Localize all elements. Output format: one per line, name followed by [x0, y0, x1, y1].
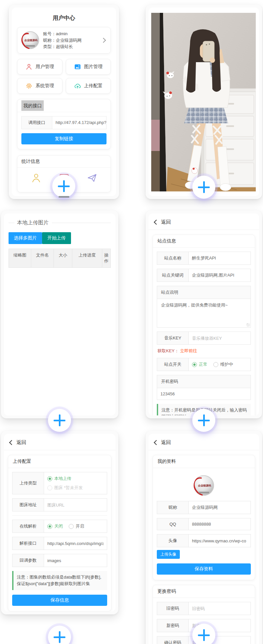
add-button[interactable]	[48, 409, 71, 432]
account-username: 账号：admin	[43, 31, 98, 37]
add-button[interactable]	[192, 624, 215, 644]
form-row: 头像	[157, 534, 251, 547]
add-button[interactable]	[48, 626, 71, 644]
photo-illustration	[151, 13, 256, 191]
photo-screen	[149, 8, 259, 196]
card-title: 上传配置	[8, 455, 111, 468]
chevron-left-icon	[154, 440, 159, 445]
chevron-right-icon	[101, 37, 106, 43]
parse-api-input[interactable]	[44, 537, 107, 550]
form-row: 站点开关 正常 维护中	[157, 358, 251, 371]
add-button[interactable]	[192, 409, 215, 432]
save-profile-button[interactable]: 保存资料	[157, 563, 251, 575]
radio-site-normal[interactable]: 正常	[192, 361, 207, 367]
plus-icon	[192, 409, 215, 432]
back-button[interactable]: 返回	[4, 434, 115, 450]
card-title: 我的资料	[153, 455, 255, 468]
section-legend: 本地上传图片	[9, 219, 111, 226]
radio-parse-on[interactable]: 开启	[69, 523, 84, 529]
menu-user-management[interactable]: 用户管理	[17, 59, 62, 75]
radio-icon	[192, 362, 197, 367]
logo-text: 企业猫源码	[24, 38, 37, 42]
back-button[interactable]: 返回	[149, 434, 259, 450]
start-upload-button[interactable]: 开始上传	[42, 232, 71, 244]
old-password-label: 旧密码	[157, 602, 189, 615]
plus-icon	[52, 175, 75, 198]
callback-param-input[interactable]	[44, 554, 107, 567]
form-row: 上传类型 本地上传 图床 *暂未开发	[12, 472, 107, 494]
panel-local-upload: 本地上传图片 选择多图片 开始上传 缩略图 文件名 大小 上传进度 操作	[1, 211, 118, 418]
site-description-textarea[interactable]: 企业猫源码网，提供免费功能使用~	[157, 299, 251, 327]
parse-api-label: 解析接口	[12, 537, 44, 550]
col-progress: 上传进度	[72, 249, 102, 268]
my-profile-screen: 返回 我的资料 企业猫源码 昵称 QQ	[149, 434, 259, 644]
home-indicator	[59, 196, 69, 198]
card-title: 更换密码	[153, 585, 255, 598]
card-title: 站点信息	[153, 235, 255, 248]
callback-param-label: 回调参数	[12, 554, 44, 567]
add-button[interactable]	[192, 176, 215, 199]
image-bed-url-input[interactable]	[44, 499, 107, 511]
radio-label: 本地上传	[54, 476, 71, 482]
go-now-link[interactable]: 立即前往	[180, 348, 197, 353]
boot-password-label: 开机密码	[157, 375, 251, 388]
upload-config-screen: 返回 上传配置 上传类型 本地上传 图床 *暂	[4, 434, 115, 611]
avatar-url-label: 头像	[157, 534, 189, 547]
form-row: 旧密码	[157, 602, 251, 615]
my-profile-card: 我的资料 企业猫源码 昵称 QQ 头像	[153, 455, 255, 580]
legend-line	[52, 223, 111, 223]
form-row: 回调参数	[12, 554, 107, 567]
qq-input[interactable]	[189, 518, 251, 530]
add-button[interactable]	[52, 175, 75, 198]
col-thumbnail: 缩略图	[9, 249, 31, 268]
back-label: 返回	[161, 219, 171, 225]
account-info: 账号：admin 昵称：企业猫源码网 类型：超级站长	[43, 31, 98, 50]
divider	[12, 515, 107, 516]
gear-icon	[25, 82, 33, 89]
legend-line	[9, 223, 14, 223]
menu-upload-config[interactable]: 上传配置	[66, 78, 111, 94]
menu-label: 用户管理	[36, 64, 54, 70]
radio-label: 维护中	[220, 361, 233, 367]
copy-link-button[interactable]: 复制链接	[21, 133, 107, 144]
account-nickname: 昵称：企业猫源码网	[43, 37, 98, 44]
local-upload-screen: 本地上传图片 选择多图片 开始上传 缩略图 文件名 大小 上传进度 操作	[4, 213, 115, 415]
col-size: 大小	[54, 249, 72, 268]
panel-site-info: 返回 站点信息 站点名称 站点关键词 站点说明 企业猫源码网，提供免费功能使用~	[146, 211, 262, 418]
select-images-button[interactable]: 选择多图片	[9, 232, 42, 244]
plus-icon	[48, 409, 71, 432]
account-type: 类型：超级站长	[43, 43, 98, 50]
site-keywords-input[interactable]	[189, 269, 251, 282]
online-parse-label: 在线解析	[12, 520, 44, 533]
menu-system-management[interactable]: 系统管理	[17, 78, 62, 94]
nickname-input[interactable]	[189, 501, 251, 514]
site-name-input[interactable]	[189, 252, 251, 264]
radio-site-maintenance[interactable]: 维护中	[213, 361, 233, 367]
radio-parse-off[interactable]: 关闭	[47, 523, 63, 529]
back-button[interactable]: 返回	[149, 213, 259, 230]
menu-grid: 用户管理 图片管理 系统管理 上传配置	[17, 59, 111, 94]
radio-label: 图床 *暂未开发	[54, 485, 83, 491]
boot-password-input[interactable]	[157, 388, 251, 400]
resize-handle-icon[interactable]	[247, 323, 250, 327]
api-url-value: http://47.97.4.172/api.php?	[52, 116, 106, 129]
account-card[interactable]: 企业猫源码 账号：admin 昵称：企业猫源码网 类型：超级站长	[17, 27, 111, 54]
col-filename: 文件名	[31, 249, 54, 268]
old-password-input[interactable]	[189, 602, 251, 615]
image-bed-url-label: 图床地址	[12, 499, 44, 511]
mirror-selfie-photo	[151, 13, 256, 191]
upload-table-header: 缩略图 文件名 大小 上传进度 操作	[9, 249, 111, 268]
music-key-input[interactable]	[189, 332, 251, 344]
menu-image-management[interactable]: 图片管理	[66, 59, 111, 75]
form-row: 图床地址	[12, 498, 107, 511]
avatar-url-input[interactable]	[189, 534, 251, 547]
radio-image-bed[interactable]: 图床 *暂未开发	[47, 485, 83, 491]
radio-local-upload[interactable]: 本地上传	[47, 476, 83, 482]
save-info-button[interactable]: 保存信息	[12, 595, 107, 606]
logo-bar	[26, 45, 35, 47]
my-interface-title: 我的接口	[21, 100, 44, 111]
back-label: 返回	[16, 439, 26, 446]
logo-bar	[199, 492, 209, 493]
upload-avatar-button[interactable]: 上传头像	[157, 550, 180, 559]
form-row: 音乐KEY	[157, 332, 251, 345]
